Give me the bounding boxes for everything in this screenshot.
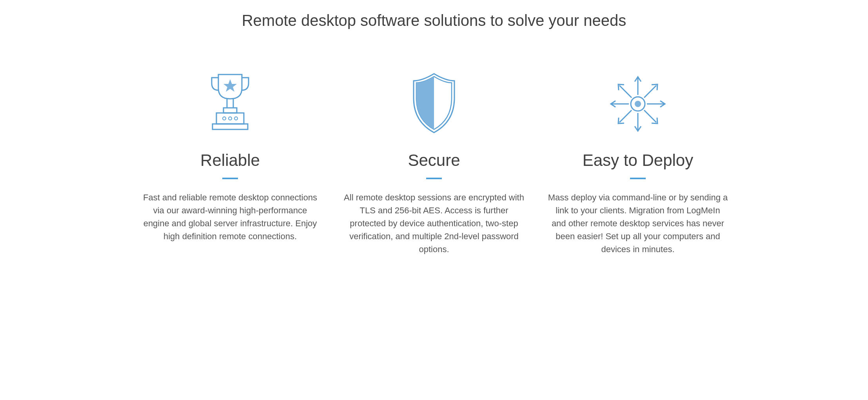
feature-desc-reliable: Fast and reliable remote desktop connect…	[140, 191, 320, 243]
main-heading: Remote desktop software solutions to sol…	[140, 12, 728, 29]
svg-line-12	[619, 110, 632, 122]
svg-line-10	[619, 85, 632, 98]
feature-title-reliable: Reliable	[140, 151, 320, 170]
trophy-icon	[140, 69, 320, 139]
arrows-spread-icon	[548, 69, 728, 139]
feature-deploy: Easy to Deploy Mass deploy via command-l…	[548, 69, 728, 256]
feature-desc-deploy: Mass deploy via command-line or by sendi…	[548, 191, 728, 256]
divider	[222, 178, 238, 179]
feature-reliable: Reliable Fast and reliable remote deskto…	[140, 69, 320, 256]
svg-line-13	[644, 110, 656, 122]
shield-icon	[344, 69, 524, 139]
svg-rect-0	[216, 113, 244, 124]
divider	[426, 178, 442, 179]
svg-point-3	[234, 117, 238, 120]
divider	[630, 178, 646, 179]
feature-secure: Secure All remote desktop sessions are e…	[344, 69, 524, 256]
feature-title-deploy: Easy to Deploy	[548, 151, 728, 170]
svg-point-2	[229, 117, 232, 120]
svg-point-1	[223, 117, 226, 120]
svg-line-11	[644, 85, 656, 98]
svg-point-4	[635, 101, 641, 107]
feature-desc-secure: All remote desktop sessions are encrypte…	[344, 191, 524, 256]
features-row: Reliable Fast and reliable remote deskto…	[140, 69, 728, 256]
feature-title-secure: Secure	[344, 151, 524, 170]
